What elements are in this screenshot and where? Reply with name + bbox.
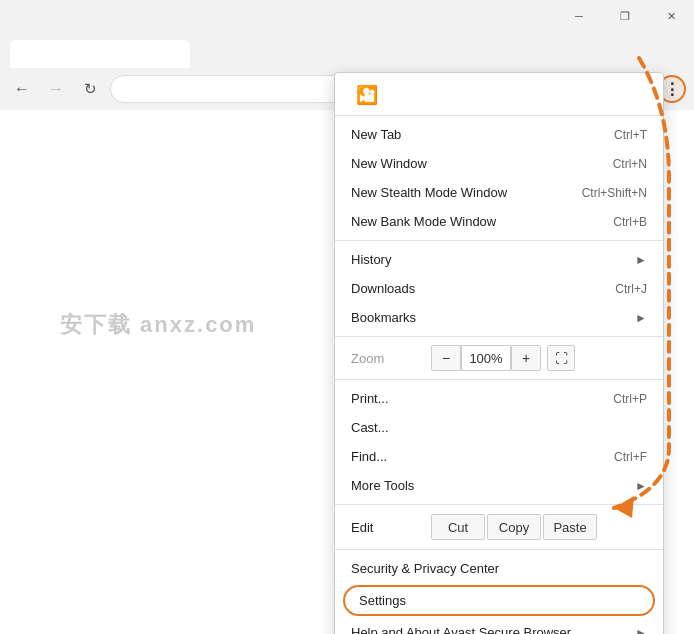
refresh-button[interactable]: ↻ — [76, 75, 104, 103]
forward-button[interactable]: → — [42, 75, 70, 103]
zoom-in-button[interactable]: + — [511, 345, 541, 371]
menu-item-shortcut: Ctrl+J — [615, 282, 647, 296]
minimize-button[interactable]: ─ — [556, 0, 602, 32]
tab-bar — [0, 32, 694, 68]
dropdown-menu: 🎦 New Tab Ctrl+T New Window Ctrl+N New S… — [334, 72, 664, 634]
menu-item-label: Help and About Avast Secure Browser — [351, 625, 571, 634]
menu-item-bookmarks[interactable]: Bookmarks ► — [335, 303, 663, 332]
submenu-arrow: ► — [635, 479, 647, 493]
copy-button[interactable]: Copy — [487, 514, 541, 540]
menu-item-shortcut: Ctrl+F — [614, 450, 647, 464]
separator-4 — [335, 379, 663, 380]
menu-item-new-stealth[interactable]: New Stealth Mode Window Ctrl+Shift+N — [335, 178, 663, 207]
menu-item-label: Settings — [359, 593, 406, 608]
menu-item-more-tools[interactable]: More Tools ► — [335, 471, 663, 500]
menu-item-shortcut: Ctrl+N — [613, 157, 647, 171]
edit-row: Edit Cut Copy Paste — [335, 509, 663, 545]
zoom-label: Zoom — [351, 351, 431, 366]
separator-1 — [335, 115, 663, 116]
menu-item-label: New Bank Mode Window — [351, 214, 496, 229]
menu-item-help[interactable]: Help and About Avast Secure Browser ► — [335, 618, 663, 634]
menu-item-label: New Tab — [351, 127, 401, 142]
menu-item-label: Downloads — [351, 281, 415, 296]
cut-button[interactable]: Cut — [431, 514, 485, 540]
menu-item-shortcut: Ctrl+B — [613, 215, 647, 229]
separator-6 — [335, 549, 663, 550]
menu-item-new-bank[interactable]: New Bank Mode Window Ctrl+B — [335, 207, 663, 236]
menu-item-cast[interactable]: Cast... — [335, 413, 663, 442]
menu-item-label: Find... — [351, 449, 387, 464]
title-bar: ─ ❐ ✕ — [0, 0, 694, 32]
menu-item-shortcut: Ctrl+T — [614, 128, 647, 142]
close-button[interactable]: ✕ — [648, 0, 694, 32]
menu-item-shortcut: Ctrl+Shift+N — [582, 186, 647, 200]
submenu-arrow: ► — [635, 253, 647, 267]
menu-item-history[interactable]: History ► — [335, 245, 663, 274]
menu-item-downloads[interactable]: Downloads Ctrl+J — [335, 274, 663, 303]
submenu-arrow: ► — [635, 311, 647, 325]
menu-item-security[interactable]: Security & Privacy Center — [335, 554, 663, 583]
menu-item-print[interactable]: Print... Ctrl+P — [335, 384, 663, 413]
zoom-out-button[interactable]: − — [431, 345, 461, 371]
menu-item-settings[interactable]: Settings — [343, 585, 655, 616]
paste-button[interactable]: Paste — [543, 514, 597, 540]
edit-label: Edit — [351, 520, 431, 535]
back-button[interactable]: ← — [8, 75, 36, 103]
menu-item-label: History — [351, 252, 391, 267]
maximize-button[interactable]: ❐ — [602, 0, 648, 32]
menu-item-shortcut: Ctrl+P — [613, 392, 647, 406]
zoom-row: Zoom − 100% + ⛶ — [335, 341, 663, 375]
zoom-value: 100% — [461, 345, 511, 371]
menu-item-label: Print... — [351, 391, 389, 406]
separator-2 — [335, 240, 663, 241]
submenu-arrow: ► — [635, 626, 647, 635]
menu-item-new-tab[interactable]: New Tab Ctrl+T — [335, 120, 663, 149]
menu-item-new-window[interactable]: New Window Ctrl+N — [335, 149, 663, 178]
title-bar-buttons: ─ ❐ ✕ — [556, 0, 694, 32]
menu-item-label: Security & Privacy Center — [351, 561, 499, 576]
browser-tab[interactable] — [10, 40, 190, 68]
menu-item-label: Bookmarks — [351, 310, 416, 325]
separator-3 — [335, 336, 663, 337]
menu-item-label: New Window — [351, 156, 427, 171]
menu-item-find[interactable]: Find... Ctrl+F — [335, 442, 663, 471]
separator-5 — [335, 504, 663, 505]
menu-item-label: More Tools — [351, 478, 414, 493]
menu-item-label: New Stealth Mode Window — [351, 185, 507, 200]
fullscreen-button[interactable]: ⛶ — [547, 345, 575, 371]
browser-window: ─ ❐ ✕ ← → ↻ ★ 🔒 AD 🐀 ⋮ 安下载 anxz.com 🎦 Ne… — [0, 0, 694, 634]
menu-item-label: Cast... — [351, 420, 389, 435]
camera-icon: 🎦 — [351, 79, 383, 111]
